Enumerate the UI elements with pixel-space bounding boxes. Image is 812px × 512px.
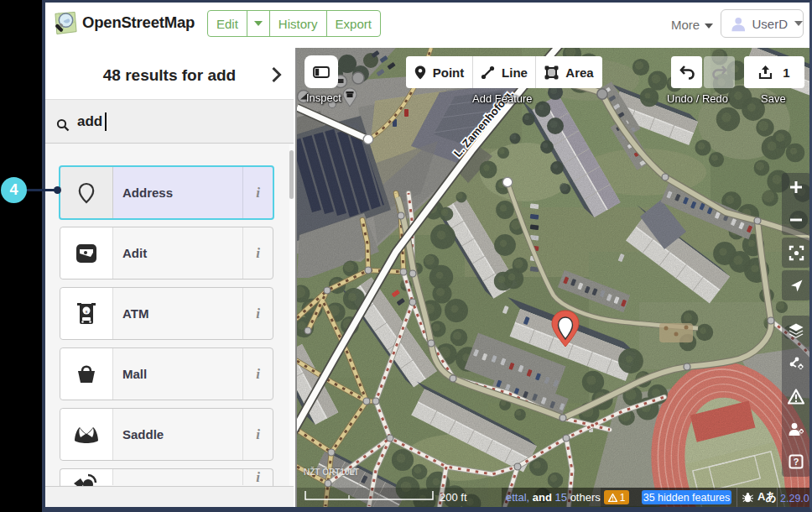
svg-text:s: s <box>86 308 88 313</box>
svg-text:?: ? <box>794 457 799 467</box>
